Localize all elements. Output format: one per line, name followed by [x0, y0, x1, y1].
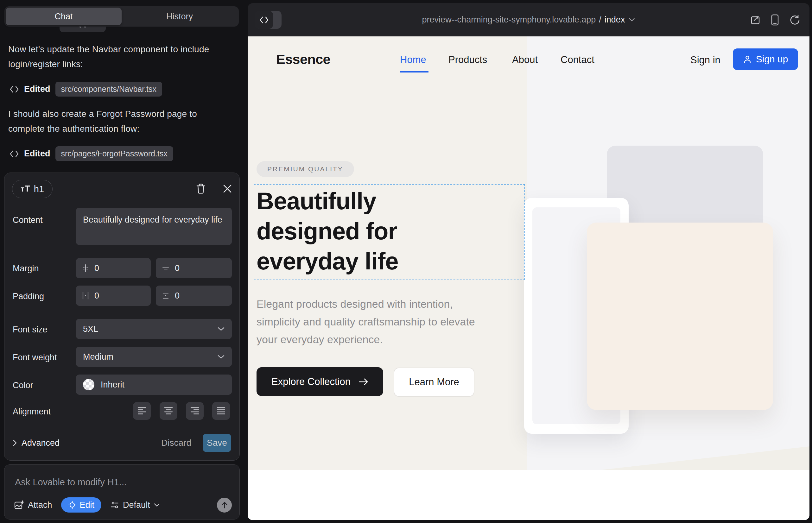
- font-weight-field-label: Font weight: [13, 353, 57, 362]
- edited-file-row: Edited src/components/Navbar.tsx: [10, 82, 162, 96]
- signin-link[interactable]: Sign in: [690, 54, 721, 66]
- mobile-phone-icon: [771, 14, 779, 26]
- align-center-icon: [164, 407, 173, 415]
- align-center-button[interactable]: [160, 402, 177, 420]
- chat-input[interactable]: [15, 474, 224, 490]
- target-icon: [68, 501, 76, 509]
- attach-button[interactable]: Attach: [14, 500, 52, 510]
- discard-button[interactable]: Discard: [161, 438, 191, 448]
- explore-collection-button[interactable]: Explore Collection: [257, 367, 383, 396]
- align-justify-icon: [216, 407, 226, 415]
- url-bar[interactable]: preview--charming-site-symphony.lovable.…: [248, 3, 810, 36]
- active-nav-underline: [400, 71, 428, 72]
- browser-actions: [750, 3, 800, 36]
- padding-y-input[interactable]: 0: [156, 286, 232, 306]
- align-left-button[interactable]: [133, 402, 151, 420]
- open-external-button[interactable]: [750, 15, 761, 25]
- selected-element-tag: h1: [12, 180, 53, 198]
- file-chip[interactable]: src/pages/ForgotPassword.tsx: [55, 146, 173, 161]
- send-button[interactable]: [217, 498, 232, 512]
- mobile-view-button[interactable]: [771, 14, 779, 26]
- padding-horizontal-icon: [82, 292, 89, 300]
- refresh-icon: [789, 15, 800, 25]
- edited-label: Edited: [24, 84, 50, 94]
- refresh-button[interactable]: [789, 15, 800, 25]
- chevron-down-icon: [217, 354, 225, 359]
- align-justify-button[interactable]: [212, 402, 230, 420]
- nav-link-home[interactable]: Home: [400, 54, 426, 66]
- hero-badge: PREMIUM QUALITY: [257, 161, 354, 177]
- align-left-icon: [137, 407, 147, 415]
- assistant-message: I should also create a Forgot Password p…: [8, 106, 217, 136]
- external-link-icon: [750, 15, 761, 25]
- color-swatch-transparent: [83, 379, 94, 390]
- nav-link-products[interactable]: Products: [448, 54, 487, 66]
- arrow-up-icon: [221, 501, 228, 509]
- edit-mode-button[interactable]: Edit: [61, 497, 102, 512]
- edited-label: Edited: [24, 149, 50, 159]
- site-canvas: Essence Home Products About Contact Sign…: [248, 36, 810, 520]
- content-field-label: Content: [13, 215, 43, 225]
- padding-x-input[interactable]: 0: [76, 286, 151, 306]
- color-field-label: Color: [13, 381, 33, 390]
- preview-window: preview--charming-site-symphony.lovable.…: [248, 3, 810, 520]
- editor-footer: Advanced Discard Save: [4, 434, 240, 452]
- attach-image-icon: [14, 500, 24, 510]
- nav-link-contact[interactable]: Contact: [561, 54, 595, 66]
- font-weight-select[interactable]: Medium: [76, 347, 232, 367]
- font-size-field-label: Font size: [13, 325, 48, 335]
- content-input[interactable]: Beautifully designed for everyday life: [76, 208, 232, 245]
- arrow-right-icon: [359, 378, 368, 385]
- file-chip[interactable]: src/components/Navbar.tsx: [55, 82, 162, 96]
- code-icon: [10, 150, 19, 158]
- edited-file-row: Edited src/pages/ForgotPassword.tsx: [10, 146, 173, 161]
- sliders-icon: [110, 501, 119, 509]
- element-tag-label: h1: [34, 184, 44, 194]
- close-icon: [223, 184, 232, 194]
- trash-icon: [196, 183, 206, 194]
- sidebar-tabs: Chat History: [4, 6, 239, 26]
- align-right-icon: [190, 407, 199, 415]
- font-size-select[interactable]: 5XL: [76, 319, 232, 339]
- chevron-right-icon: [13, 439, 17, 446]
- chat-sidebar: Chat History Now let's update the Navbar…: [0, 0, 247, 523]
- nav-link-about[interactable]: About: [512, 54, 538, 66]
- url-separator: /: [599, 15, 601, 25]
- learn-more-button[interactable]: Learn More: [394, 367, 474, 397]
- margin-field-label: Margin: [13, 264, 39, 273]
- padding-field-label: Padding: [13, 292, 44, 301]
- tab-chat[interactable]: Chat: [6, 7, 122, 25]
- margin-y-input[interactable]: 0: [156, 258, 232, 278]
- signup-button[interactable]: Sign up: [733, 49, 798, 70]
- tab-history[interactable]: History: [122, 7, 237, 25]
- assistant-message: Now let's update the Navbar component to…: [8, 42, 217, 72]
- advanced-toggle[interactable]: Advanced: [13, 438, 59, 448]
- margin-vertical-icon: [161, 264, 170, 272]
- hero-heading[interactable]: Beautifully designed for everyday life: [257, 186, 459, 276]
- decorative-card-cream: [587, 222, 773, 410]
- close-editor-button[interactable]: [221, 182, 234, 195]
- mode-select[interactable]: Default: [110, 500, 160, 510]
- chevron-down-icon: [154, 503, 160, 507]
- chevron-down-icon: [629, 18, 635, 22]
- hero-section: Essence Home Products About Contact Sign…: [248, 36, 810, 470]
- align-right-button[interactable]: [186, 402, 204, 420]
- color-picker-field[interactable]: Inherit: [76, 375, 232, 395]
- delete-element-button[interactable]: [194, 182, 207, 195]
- browser-topbar: preview--charming-site-symphony.lovable.…: [248, 3, 810, 36]
- url-domain: preview--charming-site-symphony.lovable.…: [422, 15, 596, 25]
- element-editor-panel: h1 Content Beautifully designed for ever…: [4, 173, 240, 461]
- text-type-icon: [21, 185, 30, 193]
- composer-toolbar: Attach Edit Default: [14, 497, 232, 513]
- chevron-down-icon: [217, 326, 225, 331]
- chat-composer: Attach Edit Default: [4, 465, 240, 520]
- site-logo[interactable]: Essence: [276, 52, 330, 67]
- code-icon: [10, 85, 19, 93]
- save-button[interactable]: Save: [203, 434, 231, 452]
- hero-description: Elegant products designed with intention…: [257, 295, 497, 348]
- padding-vertical-icon: [161, 292, 170, 300]
- margin-horizontal-icon: [82, 264, 89, 272]
- margin-x-input[interactable]: 0: [76, 258, 151, 278]
- url-page: index: [604, 15, 625, 25]
- user-icon: [743, 55, 752, 64]
